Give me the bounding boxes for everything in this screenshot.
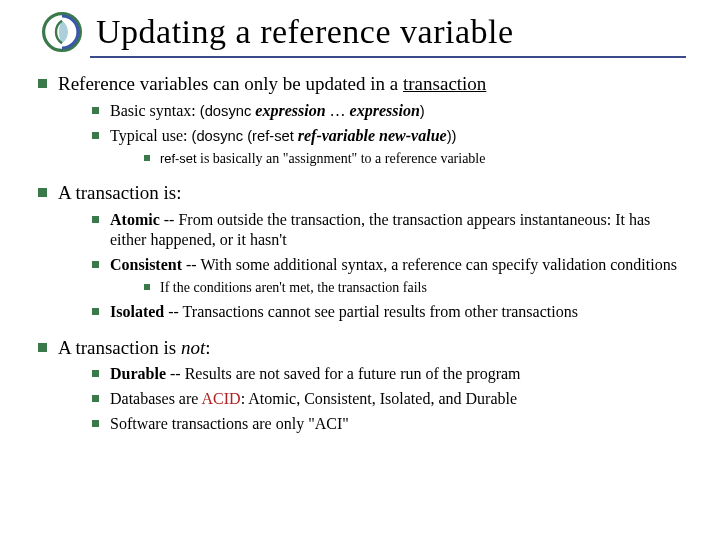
slide: Updating a reference variable Reference … — [0, 0, 720, 540]
bullet-databases-acid: Databases are ACID: Atomic, Consistent, … — [88, 389, 686, 409]
label: Basic syntax: — [110, 102, 200, 119]
term-consistent: Consistent — [110, 256, 182, 273]
bullet-typical-use: Typical use: (dosync (ref-set ref-variab… — [88, 126, 686, 168]
slide-title: Updating a reference variable — [96, 13, 514, 51]
code-expression: expression — [350, 102, 420, 119]
bullet-transaction-required: Reference variables can only be updated … — [34, 72, 686, 167]
code-new-value: new-value — [379, 127, 447, 144]
text: : — [205, 337, 210, 358]
term-isolated: Isolated — [110, 303, 164, 320]
text: -- Transactions cannot see partial resul… — [164, 303, 578, 320]
text: -- Results are not saved for a future ru… — [166, 365, 521, 382]
text: -- From outside the transaction, the tra… — [110, 211, 650, 248]
clojure-logo-icon — [42, 12, 82, 52]
code-expression: expression — [251, 102, 325, 119]
bullet-conditions-fail: If the conditions aren't met, the transa… — [140, 279, 686, 297]
bullet-isolated: Isolated -- Transactions cannot see part… — [88, 302, 686, 322]
text: is basically an "assignment" to a refere… — [197, 151, 486, 166]
code-ref-variable: ref-variable — [294, 127, 375, 144]
text: If the conditions aren't met, the transa… — [160, 280, 427, 295]
code-dosync-refset: (dosync (ref-set — [192, 128, 294, 144]
bullet-durable: Durable -- Results are not saved for a f… — [88, 364, 686, 384]
bullet-transaction-is: A transaction is: Atomic -- From outside… — [34, 181, 686, 321]
text: : Atomic, Consistent, Isolated, and Dura… — [241, 390, 517, 407]
bullet-consistent: Consistent -- With some additional synta… — [88, 255, 686, 297]
text-not: not — [181, 337, 205, 358]
text-underline: transaction — [403, 73, 486, 94]
code-close: ) — [420, 103, 425, 119]
term-atomic: Atomic — [110, 211, 160, 228]
text: Software transactions are only "ACI" — [110, 415, 349, 432]
bullet-basic-syntax: Basic syntax: (dosync expression … expre… — [88, 101, 686, 121]
text: -- With some additional syntax, a refere… — [182, 256, 677, 273]
code-ellipsis: … — [326, 102, 350, 119]
bullet-transaction-is-not: A transaction is not: Durable -- Results… — [34, 336, 686, 435]
text: A transaction is: — [58, 182, 181, 203]
text: A transaction is — [58, 337, 181, 358]
bullet-list: Reference variables can only be updated … — [34, 72, 686, 434]
bullet-refset-note: ref-set is basically an "assignment" to … — [140, 150, 686, 168]
title-row: Updating a reference variable — [34, 12, 686, 52]
label: Typical use: — [110, 127, 192, 144]
code-refset: ref-set — [160, 151, 197, 166]
bullet-software-aci: Software transactions are only "ACI" — [88, 414, 686, 434]
term-acid: ACID — [202, 390, 241, 407]
title-underline — [90, 56, 686, 58]
code-close: )) — [447, 128, 457, 144]
bullet-atomic: Atomic -- From outside the transaction, … — [88, 210, 686, 250]
text: Databases are — [110, 390, 202, 407]
code-dosync-open: (dosync — [200, 103, 252, 119]
text: Reference variables can only be updated … — [58, 73, 403, 94]
term-durable: Durable — [110, 365, 166, 382]
